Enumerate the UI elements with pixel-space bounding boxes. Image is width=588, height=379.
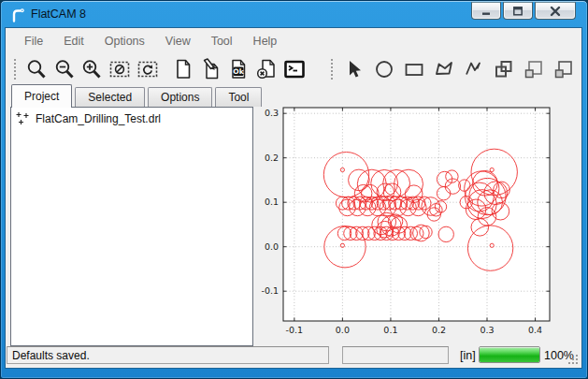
left-panel-tabs: Project Selected Options Tool — [11, 84, 265, 108]
pointer-icon — [343, 58, 366, 80]
svg-text:0.0: 0.0 — [336, 325, 350, 335]
intersection-icon — [523, 58, 545, 80]
client-area: File Edit Options View Tool Help — [5, 27, 582, 369]
add-path-button[interactable] — [461, 56, 487, 82]
add-polygon-button[interactable] — [431, 56, 457, 82]
cancel-document-icon — [255, 58, 278, 80]
svg-text:0.2: 0.2 — [432, 325, 446, 335]
close-button[interactable] — [535, 2, 576, 20]
svg-text:-0.1: -0.1 — [286, 325, 304, 335]
svg-text:0.1: 0.1 — [265, 197, 279, 207]
project-tree[interactable]: FlatCam_Drilling_Test.drl — [10, 107, 253, 346]
union-icon — [493, 58, 515, 80]
window-title: FlatCAM 8 — [31, 7, 86, 21]
edit-document-icon — [200, 58, 222, 80]
cancel-edit-button[interactable] — [254, 56, 279, 82]
clear-plot-icon — [108, 58, 131, 80]
menu-file[interactable]: File — [14, 29, 53, 53]
svg-text:Ok: Ok — [234, 67, 245, 76]
ok-document-icon: Ok — [227, 58, 250, 80]
new-blank-geometry-button[interactable] — [171, 56, 195, 82]
shell-icon — [283, 58, 306, 80]
minimize-icon — [480, 6, 493, 17]
tab-project-label: Project — [24, 90, 59, 103]
zoom-fit-icon — [25, 58, 48, 80]
draw-toolbar-drag-handle[interactable] — [331, 59, 336, 80]
select-tool-button[interactable] — [341, 56, 367, 82]
minimize-button[interactable] — [471, 2, 501, 20]
add-rectangle-button[interactable] — [401, 56, 427, 82]
progress-bar-fill — [480, 347, 539, 362]
subtraction-icon — [552, 58, 575, 80]
units-label: [in] — [460, 346, 476, 364]
plot-svg[interactable]: -0.10.00.10.20.30.4-0.10.00.10.20.3 — [251, 90, 584, 346]
draw-toolbar-group — [323, 56, 581, 82]
tab-selected-label: Selected — [88, 91, 132, 104]
zoom-out-icon — [53, 58, 76, 80]
menu-edit[interactable]: Edit — [53, 29, 94, 53]
zoom-in-icon — [80, 58, 103, 80]
flatcam-logo-icon — [9, 7, 26, 23]
polygon-union-button[interactable] — [491, 56, 517, 82]
replot-button[interactable] — [136, 56, 160, 82]
rectangle-icon — [403, 58, 425, 80]
menu-options[interactable]: Options — [94, 29, 155, 53]
tree-item-drill-file[interactable]: FlatCam_Drilling_Test.drl — [11, 108, 252, 125]
status-message: Defaults saved. — [7, 346, 329, 364]
tab-tool-label: Tool — [228, 91, 249, 104]
maximize-button[interactable] — [503, 2, 533, 20]
polygon-intersection-button[interactable] — [521, 56, 547, 82]
tab-options-label: Options — [161, 91, 199, 104]
maximize-icon — [511, 6, 524, 17]
svg-text:0.3: 0.3 — [265, 108, 279, 118]
shell-button[interactable] — [282, 56, 307, 82]
svg-text:0.3: 0.3 — [480, 325, 494, 335]
zoom-in-button[interactable] — [79, 56, 104, 82]
svg-text:0.2: 0.2 — [265, 153, 279, 163]
svg-text:0.0: 0.0 — [265, 241, 279, 252]
toolbar: Ok — [7, 53, 581, 85]
clear-plot-button[interactable] — [108, 56, 132, 82]
zoom-fit-button[interactable] — [24, 56, 49, 82]
tab-options[interactable]: Options — [148, 87, 212, 107]
svg-text:0.1: 0.1 — [383, 325, 397, 335]
tree-item-label: FlatCam_Drilling_Test.drl — [36, 112, 161, 125]
add-circle-button[interactable] — [371, 56, 397, 82]
menu-tool[interactable]: Tool — [201, 29, 243, 53]
new-document-icon — [172, 58, 194, 80]
polygon-icon — [433, 58, 455, 80]
path-icon — [463, 58, 485, 80]
status-field-2 — [342, 346, 449, 364]
menu-view[interactable]: View — [155, 29, 201, 53]
title-bar[interactable]: FlatCAM 8 — [1, 1, 587, 27]
toolbar-drag-handle[interactable] — [14, 59, 19, 80]
menu-bar: File Edit Options View Tool Help — [7, 29, 581, 53]
drill-file-icon — [16, 111, 30, 125]
progress-bar — [479, 346, 540, 363]
menu-help[interactable]: Help — [243, 29, 288, 53]
close-icon — [549, 6, 562, 17]
polygon-subtraction-button[interactable] — [551, 56, 577, 82]
plot-area[interactable]: -0.10.00.10.20.30.4-0.10.00.10.20.3 — [251, 90, 584, 346]
zoom-out-button[interactable] — [52, 56, 77, 82]
tab-selected[interactable]: Selected — [75, 87, 145, 107]
flatcam-window: FlatCAM 8 File Edit Options View Tool — [0, 0, 588, 379]
status-bar: Defaults saved. [in] 100% — [6, 343, 581, 368]
svg-text:-0.1: -0.1 — [261, 285, 279, 296]
circle-icon — [373, 58, 395, 80]
edit-geometry-button[interactable] — [199, 56, 223, 82]
update-geometry-button[interactable]: Ok — [227, 56, 251, 82]
replot-icon — [136, 58, 159, 80]
svg-text:0.4: 0.4 — [528, 325, 542, 335]
tab-project[interactable]: Project — [11, 84, 72, 108]
resize-grip[interactable] — [566, 353, 579, 365]
